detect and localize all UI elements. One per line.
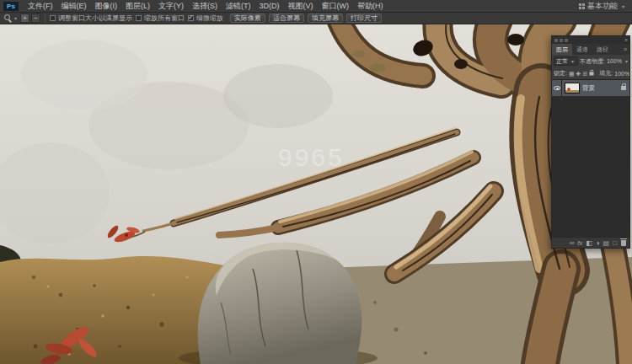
menu-layer[interactable]: 图层(L) — [121, 0, 154, 12]
new-layer-icon[interactable]: □ — [613, 239, 617, 247]
blend-mode-value: 正常 — [556, 57, 568, 66]
tool-options-bar: ▾ + − 调整窗口大小以满屏显示 缩放所有窗口 细微缩放 实际像素 适合屏幕 … — [0, 13, 632, 24]
layers-panel: » 图层 通道 路径 ≡ 正常 ▾ 不透明度: 100% ▾ 锁定: ▦ ✚ ⊞… — [551, 35, 630, 249]
delete-layer-icon[interactable] — [621, 240, 626, 246]
menu-edit[interactable]: 编辑(E) — [57, 0, 91, 12]
workspace-label: 基本功能 — [587, 1, 618, 12]
menu-filter[interactable]: 滤镜(T) — [222, 0, 255, 12]
chevron-down-icon: ▾ — [622, 3, 624, 9]
menu-select[interactable]: 选择(S) — [188, 0, 222, 12]
fill-value[interactable]: 100% — [614, 71, 629, 77]
new-group-icon[interactable]: ▤ — [603, 239, 610, 247]
lock-all-icon[interactable] — [590, 72, 594, 75]
menu-image[interactable]: 图像(I) — [91, 0, 122, 12]
checkbox-icon — [50, 15, 56, 21]
panel-dock-header: » — [552, 36, 629, 44]
collapse-panel-icon[interactable]: » — [624, 37, 627, 43]
layer-lock-icon — [621, 86, 626, 90]
lock-transparency-icon[interactable]: ▦ — [569, 71, 575, 77]
separator — [45, 14, 46, 23]
menu-window[interactable]: 窗口(W) — [318, 0, 354, 12]
actual-pixels-button[interactable]: 实际像素 — [230, 13, 265, 23]
layers-panel-footer: ∞ fx ◧ ◑ ▤ □ — [552, 237, 629, 248]
resize-windows-checkbox[interactable]: 调整窗口大小以满屏显示 — [50, 13, 132, 23]
lock-pixels-icon[interactable]: ✚ — [576, 71, 581, 77]
layer-list: 背景 — [552, 79, 629, 237]
workspace-grid-icon — [579, 3, 585, 9]
checkbox-label: 细微缩放 — [196, 13, 223, 23]
menu-help[interactable]: 帮助(H) — [353, 0, 388, 12]
checkbox-label: 缩放所有窗口 — [144, 13, 185, 23]
panel-dock-icon — [554, 39, 558, 42]
menu-view[interactable]: 视图(V) — [284, 0, 318, 12]
chevron-down-icon: ▾ — [625, 58, 628, 64]
blend-mode-dropdown[interactable]: 正常 ▾ — [554, 56, 578, 66]
fit-screen-button[interactable]: 适合屏幕 — [269, 13, 304, 23]
scrubby-zoom-checkbox[interactable]: 细微缩放 — [188, 13, 223, 23]
layer-row-background[interactable]: 背景 — [552, 80, 629, 96]
ps-logo-icon[interactable]: Ps — [3, 2, 19, 11]
tab-layers[interactable]: 图层 — [552, 44, 572, 55]
panel-tabs: 图层 通道 路径 ≡ — [552, 44, 629, 55]
visibility-toggle[interactable] — [552, 80, 562, 96]
checkbox-icon — [136, 15, 142, 21]
panel-dock-icon — [565, 39, 568, 42]
opacity-label: 不透明度: — [580, 57, 605, 66]
panel-menu-icon[interactable]: ≡ — [621, 44, 629, 55]
zoom-tool-icon — [4, 14, 13, 23]
zoom-in-toggle[interactable]: + — [20, 13, 29, 23]
zoom-all-windows-checkbox[interactable]: 缩放所有窗口 — [136, 13, 185, 23]
add-mask-icon[interactable]: ◧ — [586, 239, 592, 247]
lock-position-icon[interactable]: ⊞ — [582, 71, 587, 77]
eye-icon — [554, 86, 560, 90]
layer-name: 背景 — [582, 84, 621, 93]
zoom-out-toggle[interactable]: − — [31, 13, 40, 23]
checkbox-label: 调整窗口大小以满屏显示 — [58, 13, 132, 23]
watermark-text: 9965 — [278, 143, 345, 171]
fill-screen-button[interactable]: 填充屏幕 — [308, 13, 343, 23]
chevron-down-icon: ▾ — [571, 58, 574, 64]
tab-paths[interactable]: 路径 — [592, 44, 613, 55]
panel-dock-icon — [560, 39, 563, 42]
blend-mode-row: 正常 ▾ 不透明度: 100% ▾ — [552, 55, 629, 67]
photoshop-window: Ps 文件(F) 编辑(E) 图像(I) 图层(L) 文字(Y) 选择(S) 滤… — [0, 0, 632, 364]
fill-label: 填充: — [599, 69, 613, 78]
tool-preset-chevron-icon[interactable]: ▾ — [14, 15, 17, 21]
print-size-button[interactable]: 打印尺寸 — [346, 13, 382, 23]
document-canvas[interactable]: 9965 — [0, 24, 632, 364]
checkbox-icon — [188, 15, 194, 21]
link-layers-icon[interactable]: ∞ — [570, 239, 575, 247]
lock-label: 锁定: — [554, 69, 567, 78]
workspace-switcher[interactable]: 基本功能 ▾ — [573, 0, 632, 12]
menu-type[interactable]: 文字(Y) — [154, 0, 188, 12]
menu-file[interactable]: 文件(F) — [24, 0, 57, 12]
opacity-value[interactable]: 100% — [607, 58, 622, 64]
adjustment-layer-icon[interactable]: ◑ — [596, 239, 600, 247]
lock-row: 锁定: ▦ ✚ ⊞ 填充: 100% ▾ — [552, 67, 629, 79]
menu-bar: Ps 文件(F) 编辑(E) 图像(I) 图层(L) 文字(Y) 选择(S) 滤… — [0, 0, 632, 13]
layer-effects-icon[interactable]: fx — [577, 239, 582, 247]
menu-3d[interactable]: 3D(D) — [255, 0, 284, 12]
tab-channels[interactable]: 通道 — [572, 44, 592, 55]
layer-thumbnail[interactable] — [565, 83, 580, 94]
